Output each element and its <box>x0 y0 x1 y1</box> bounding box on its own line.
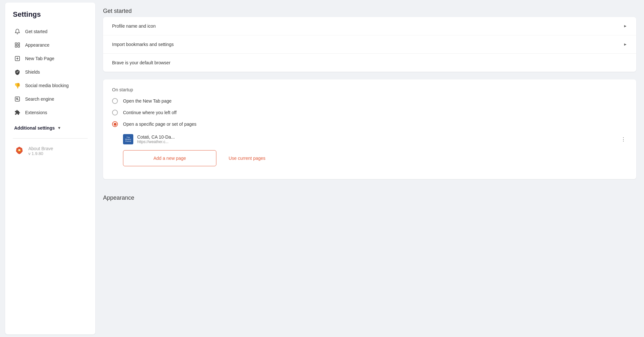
sidebar-item-appearance[interactable]: Appearance <box>10 39 90 51</box>
sidebar-item-label-social-media: Social media blocking <box>25 83 69 88</box>
get-started-cards: Profile name and icon ► Import bookmarks… <box>103 17 636 72</box>
use-current-pages-link[interactable]: Use current pages <box>229 156 265 161</box>
sidebar-item-label-appearance: Appearance <box>25 42 50 48</box>
sidebar-item-get-started[interactable]: Get started <box>10 25 90 38</box>
sidebar-item-new-tab-page[interactable]: New Tab Page <box>10 52 90 65</box>
on-startup-title: On startup <box>112 87 627 92</box>
about-brave-version: v 1.9.80 <box>28 151 53 156</box>
svg-rect-3 <box>18 46 20 47</box>
sidebar-item-social-media-blocking[interactable]: 👎 Social media blocking <box>10 79 90 92</box>
sidebar-item-label-shields: Shields <box>25 69 40 75</box>
new-tab-page-icon <box>14 55 21 62</box>
radio-continue[interactable]: Continue where you left off <box>112 110 627 115</box>
get-started-icon <box>14 28 21 35</box>
sidebar-item-label-extensions: Extensions <box>25 110 47 115</box>
sidebar-item-extensions[interactable]: Extensions <box>10 106 90 119</box>
page-favicon: The Weather Channel <box>123 134 133 144</box>
appearance-section-header: Appearance <box>103 195 636 201</box>
import-bookmarks-label: Import bookmarks and settings <box>112 42 174 47</box>
social-media-blocking-icon: 👎 <box>14 82 21 89</box>
default-browser-label: Brave is your default browser <box>112 60 170 65</box>
search-engine-icon <box>14 96 21 102</box>
sidebar-item-label-new-tab: New Tab Page <box>25 56 54 61</box>
radio-continue-circle <box>112 110 118 115</box>
page-url-text: https://weather.c... <box>137 140 616 144</box>
svg-text:Channel: Channel <box>125 140 131 142</box>
about-brave-label: About Brave <box>28 146 53 151</box>
sidebar-item-label-get-started: Get started <box>25 29 47 34</box>
sidebar: Settings Get started Appearance <box>5 3 95 334</box>
spacer1 <box>103 72 636 79</box>
profile-row-arrow-icon: ► <box>623 24 627 28</box>
page-favicon-inner: The Weather Channel <box>124 135 133 144</box>
svg-rect-1 <box>18 43 20 44</box>
sidebar-item-shields[interactable]: Shields <box>10 66 90 78</box>
additional-settings-label: Additional settings <box>14 125 55 131</box>
radio-specific-page-label: Open a specific page or set of pages <box>123 122 196 127</box>
weather-favicon-icon: The Weather Channel <box>124 135 133 144</box>
radio-specific-page[interactable]: Open a specific page or set of pages <box>112 121 627 127</box>
profile-name-icon-label: Profile name and icon <box>112 23 156 29</box>
profile-name-icon-row[interactable]: Profile name and icon ► <box>103 17 636 35</box>
about-brave-section[interactable]: About Brave v 1.9.80 <box>10 142 90 159</box>
sidebar-title: Settings <box>10 10 90 19</box>
brave-logo-icon <box>14 146 24 156</box>
chevron-down-icon: ▼ <box>57 126 61 130</box>
about-text: About Brave v 1.9.80 <box>28 146 53 156</box>
default-browser-row: Brave is your default browser <box>103 54 636 72</box>
page-info: Cotati, CA 10-Da... https://weather.c... <box>137 134 616 144</box>
radio-specific-page-circle <box>112 121 118 127</box>
on-startup-section: On startup Open the New Tab page Continu… <box>103 79 636 179</box>
get-started-section-header: Get started <box>103 8 636 14</box>
main-content: Get started Profile name and icon ► Impo… <box>95 0 644 337</box>
shields-icon <box>14 69 21 75</box>
svg-rect-2 <box>15 46 17 47</box>
add-new-page-button[interactable]: Add a new page <box>123 150 216 166</box>
import-bookmarks-row[interactable]: Import bookmarks and settings ► <box>103 35 636 54</box>
svg-rect-0 <box>15 43 17 44</box>
sidebar-item-label-search-engine: Search engine <box>25 96 54 102</box>
radio-new-tab[interactable]: Open the New Tab page <box>112 98 627 104</box>
startup-page-item: The Weather Channel Cotati, CA 10-Da... … <box>123 133 627 146</box>
radio-new-tab-label: Open the New Tab page <box>123 98 172 104</box>
spacer2 <box>103 179 636 187</box>
sidebar-item-search-engine[interactable]: Search engine <box>10 93 90 105</box>
import-row-arrow-icon: ► <box>623 42 627 47</box>
page-menu-button[interactable]: ⋮ <box>620 135 627 143</box>
radio-continue-label: Continue where you left off <box>123 110 176 115</box>
page-title-text: Cotati, CA 10-Da... <box>137 134 616 140</box>
sidebar-divider <box>13 138 88 139</box>
extensions-icon <box>14 109 21 116</box>
svg-line-9 <box>18 99 18 100</box>
additional-settings-toggle[interactable]: Additional settings ▼ <box>10 122 90 134</box>
radio-new-tab-circle <box>112 98 118 104</box>
appearance-icon <box>14 42 21 48</box>
